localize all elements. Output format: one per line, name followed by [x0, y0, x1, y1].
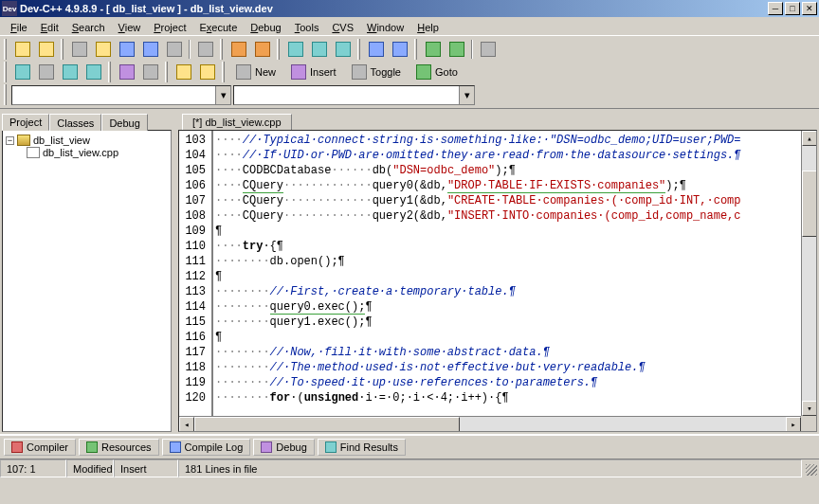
menu-tools[interactable]: Tools	[288, 20, 326, 35]
find-again-button[interactable]	[332, 39, 354, 60]
minimize-button[interactable]: ─	[768, 2, 783, 15]
vertical-scrollbar[interactable]: ▴ ▾	[801, 131, 816, 416]
search-icon	[325, 441, 337, 453]
function-combo[interactable]: ▾	[233, 85, 475, 105]
menu-execute[interactable]: Execute	[193, 20, 245, 35]
scroll-up-icon[interactable]: ▴	[802, 131, 817, 146]
goto-line-2-button[interactable]	[389, 39, 410, 60]
scroll-down-icon[interactable]: ▾	[802, 401, 817, 416]
menu-cvs[interactable]: CVS	[325, 20, 360, 35]
toolbar-grip[interactable]	[4, 84, 7, 105]
tab-debug[interactable]: Debug	[101, 114, 147, 131]
profile-button[interactable]	[139, 62, 161, 82]
code-editor[interactable]: 103 104 105 106 107 108 109 110 111 112 …	[178, 130, 817, 432]
horizontal-scrollbar[interactable]: ◂ ▸	[179, 416, 801, 431]
tab-project[interactable]: Project	[2, 114, 49, 131]
toolbar-grip[interactable]	[165, 62, 168, 82]
new-source-button[interactable]	[68, 39, 90, 60]
menu-search[interactable]: Search	[65, 20, 112, 35]
tab-compiler[interactable]: Compiler	[4, 439, 76, 456]
tree-root[interactable]: − db_list_view	[6, 134, 168, 147]
status-bar: 107: 1 Modified Insert 181 Lines in file	[0, 459, 819, 477]
menu-debug[interactable]: Debug	[244, 20, 287, 35]
menu-bar: File Edit Search View Project Execute De…	[0, 17, 819, 35]
redo-button[interactable]	[251, 39, 273, 60]
scroll-thumb[interactable]	[802, 171, 817, 237]
toggle-button[interactable]: Toggle	[345, 62, 408, 82]
undo-button[interactable]	[228, 39, 249, 60]
editor-tabs: [*] db_list_view.cpp	[178, 111, 817, 130]
debug-button[interactable]	[116, 62, 137, 82]
goto-button[interactable]: Goto	[410, 62, 464, 82]
chevron-down-icon[interactable]: ▾	[459, 86, 474, 104]
goto-line-button[interactable]	[365, 39, 387, 60]
chevron-down-icon[interactable]: ▾	[215, 86, 230, 104]
output-tabs: Compiler Resources Compile Log Debug Fin…	[0, 435, 819, 459]
tab-classes[interactable]: Classes	[49, 114, 101, 131]
menu-help[interactable]: Help	[410, 20, 446, 35]
insert-button[interactable]: Insert	[284, 62, 343, 82]
add-file-button[interactable]	[446, 39, 467, 60]
toolbar-grip[interactable]	[357, 39, 360, 60]
toolbar-grip[interactable]	[222, 62, 225, 82]
save-all-button[interactable]	[139, 39, 161, 60]
compile-button[interactable]	[11, 62, 33, 82]
window-title: Dev-C++ 4.9.8.9 - [ db_list_view ] - db_…	[20, 3, 273, 14]
close-button[interactable]: ✕	[802, 2, 817, 15]
print-button[interactable]	[194, 39, 216, 60]
toolbar-grip[interactable]	[414, 39, 417, 60]
code-area[interactable]: ····//·Typical·connect·string·is·somethi…	[213, 131, 816, 431]
menu-window[interactable]: Window	[360, 20, 410, 35]
scroll-left-icon[interactable]: ◂	[179, 417, 194, 432]
toolbar-grip[interactable]	[220, 39, 223, 60]
compiler-icon	[11, 441, 23, 453]
maximize-button[interactable]: □	[785, 2, 800, 15]
editor-tab[interactable]: [*] db_list_view.cpp	[182, 114, 292, 130]
run-button[interactable]	[35, 62, 57, 82]
find-button[interactable]	[284, 39, 306, 60]
new-label: New	[255, 66, 276, 78]
tree-root-label[interactable]: db_list_view	[33, 135, 90, 146]
new-project-button[interactable]	[422, 39, 444, 60]
toolbar-compile: New Insert Toggle Goto	[2, 61, 817, 83]
rebuild-button[interactable]	[82, 62, 104, 82]
compile-run-button[interactable]	[59, 62, 81, 82]
tab-debug[interactable]: Debug	[253, 439, 314, 456]
toolbar-grip[interactable]	[61, 39, 64, 60]
class-combo[interactable]: ▾	[11, 85, 231, 105]
menu-project[interactable]: Project	[147, 20, 192, 35]
insert-label: Insert	[310, 66, 337, 78]
menu-edit[interactable]: Edit	[34, 20, 65, 35]
menu-view[interactable]: View	[112, 20, 148, 35]
forward-button[interactable]	[35, 39, 57, 60]
toolbar-grip[interactable]	[108, 62, 111, 82]
save-button[interactable]	[116, 39, 137, 60]
toolbar-grip[interactable]	[4, 62, 7, 82]
help-button[interactable]	[173, 62, 194, 82]
collapse-icon[interactable]: −	[6, 136, 14, 145]
tab-compile-log[interactable]: Compile Log	[162, 439, 251, 456]
menu-file[interactable]: File	[4, 20, 34, 35]
back-button[interactable]	[11, 39, 33, 60]
editor-panel: [*] db_list_view.cpp 103 104 105 106 107…	[178, 109, 819, 434]
open-button[interactable]	[92, 39, 114, 60]
close-file-button[interactable]	[163, 39, 185, 60]
scroll-thumb[interactable]	[194, 417, 460, 432]
tab-label: Resources	[101, 441, 152, 453]
project-options-button[interactable]	[477, 39, 499, 60]
scroll-right-icon[interactable]: ▸	[786, 417, 801, 432]
project-tree[interactable]: − db_list_view db_list_view.cpp	[2, 130, 172, 432]
tab-resources[interactable]: Resources	[79, 439, 159, 456]
toolbar-grip[interactable]	[277, 39, 280, 60]
new-source-button-2[interactable]: New	[229, 62, 282, 82]
toolbar-grip[interactable]	[4, 39, 7, 60]
replace-button[interactable]	[308, 39, 330, 60]
tab-find-results[interactable]: Find Results	[318, 439, 406, 456]
tree-item-label[interactable]: db_list_view.cpp	[43, 147, 118, 158]
status-lines: 181 Lines in file	[178, 459, 802, 477]
main-area: Project Classes Debug − db_list_view db_…	[0, 108, 819, 435]
tree-item[interactable]: db_list_view.cpp	[27, 147, 168, 158]
resize-grip[interactable]	[802, 459, 819, 477]
tab-label: Debug	[276, 441, 306, 453]
about-button[interactable]	[196, 62, 218, 82]
